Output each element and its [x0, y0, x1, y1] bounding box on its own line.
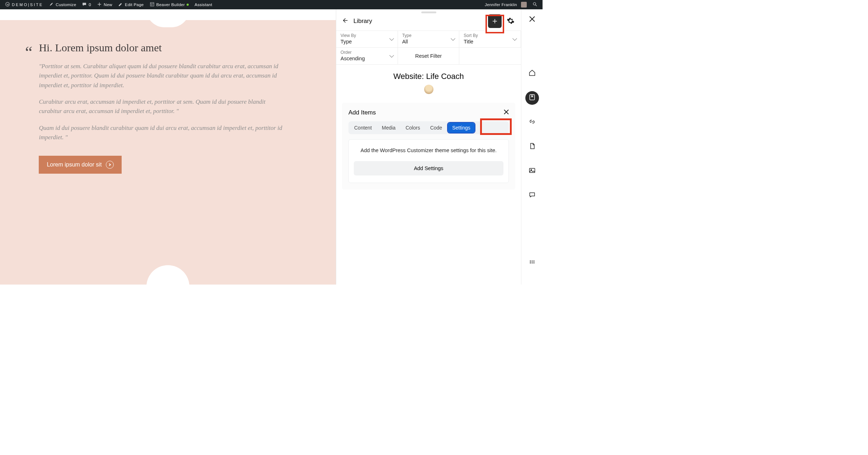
rail-community[interactable] [525, 116, 539, 129]
bookmark-icon [529, 94, 536, 102]
settings-tab-pane: Add the WordPress Customizer theme setti… [348, 139, 509, 183]
close-panel-button[interactable] [529, 16, 535, 24]
new-label: New [104, 3, 112, 7]
rail-libraries[interactable] [525, 91, 539, 105]
library-body: Website: Life Coach Add Items Content Me… [336, 65, 521, 285]
filter-type[interactable]: Type All [398, 31, 460, 48]
svg-rect-12 [530, 95, 534, 100]
filter-value: All [402, 39, 455, 44]
assistant-panel: Library View By Type Type All Sort B [336, 9, 543, 285]
brush-icon [49, 2, 54, 8]
add-button[interactable] [488, 14, 502, 28]
reset-filter-button[interactable]: Reset Filter [398, 48, 460, 65]
plus-icon [97, 2, 102, 8]
image-icon [529, 167, 536, 175]
filter-order[interactable]: Order Ascending [336, 48, 398, 65]
svg-line-5 [535, 5, 537, 6]
hero-cta-button[interactable]: Lorem ipsum dolor sit [39, 156, 122, 174]
svg-point-19 [531, 262, 532, 263]
rail-content[interactable] [525, 140, 539, 154]
svg-point-17 [533, 261, 534, 262]
filter-value: Ascending [341, 56, 393, 61]
new-content-link[interactable]: New [94, 0, 115, 9]
add-items-card: Add Items Content Media Colors Code Sett… [342, 103, 515, 189]
beaver-builder-label: Beaver Builder [156, 3, 185, 7]
panel-header: Library [336, 13, 521, 31]
svg-point-16 [531, 261, 532, 262]
settings-button[interactable] [507, 17, 515, 25]
wp-admin-bar: DEMO|SITE Customize 0 New Edit Page Beav… [0, 0, 543, 9]
pencil-icon [118, 2, 123, 8]
reset-filter-label: Reset Filter [415, 53, 442, 59]
comments-count: 0 [89, 3, 91, 7]
filter-bar: View By Type Type All Sort By Title Orde… [336, 31, 521, 65]
back-button[interactable] [341, 17, 348, 25]
assistant-rail [521, 9, 543, 285]
page-canvas: “ Hi. Lorem ipsum dolor amet "Porttitor … [0, 9, 336, 285]
wp-logo-icon [5, 2, 10, 8]
user-name: Jennifer Franklin [485, 3, 517, 7]
add-items-tabs: Content Media Colors Code Settings [348, 121, 509, 134]
beaver-builder-link[interactable]: Beaver Builder [147, 0, 192, 9]
svg-point-15 [530, 261, 531, 262]
gear-icon [507, 20, 515, 26]
assistant-main: Library View By Type Type All Sort B [336, 9, 521, 285]
hero-paragraph-2: Curabitur arcu erat, accumsan id imperdi… [39, 97, 283, 116]
search-icon [532, 2, 538, 8]
svg-point-20 [533, 262, 534, 263]
hero-paragraph-3: Quam id dui posuere blandit curabitur qu… [39, 123, 283, 142]
svg-point-4 [533, 3, 536, 5]
filter-label: View By [341, 33, 393, 38]
close-icon [504, 109, 509, 116]
link-icon [529, 118, 536, 127]
library-site-title: Website: Life Coach [342, 72, 515, 81]
customize-label: Customize [56, 3, 76, 7]
close-icon [529, 17, 535, 23]
hero-section: “ Hi. Lorem ipsum dolor amet "Porttitor … [0, 20, 336, 285]
filter-view-by[interactable]: View By Type [336, 31, 398, 48]
decorative-curve [146, 265, 189, 285]
user-account-link[interactable]: Jennifer Franklin [482, 0, 530, 9]
quote-icon: “ [25, 42, 32, 58]
tab-media[interactable]: Media [377, 123, 400, 133]
assistant-link[interactable]: Assistant [192, 0, 215, 9]
edit-page-label: Edit Page [125, 3, 144, 7]
layout-icon [150, 2, 155, 8]
tab-content[interactable]: Content [350, 123, 376, 133]
arrow-right-icon [106, 161, 114, 169]
comments-link[interactable]: 0 [79, 0, 94, 9]
site-avatar-icon [424, 85, 433, 94]
panel-title: Library [348, 18, 372, 25]
home-icon [529, 69, 536, 78]
filter-value: Type [341, 39, 393, 44]
close-add-items-button[interactable] [504, 109, 509, 116]
apps-icon [529, 258, 536, 267]
tab-code[interactable]: Code [426, 123, 446, 133]
status-dot-icon [187, 4, 189, 6]
filter-label: Type [402, 33, 455, 38]
tab-colors[interactable]: Colors [401, 123, 424, 133]
rail-home[interactable] [525, 67, 539, 80]
filter-value: Title [464, 39, 516, 44]
rail-comments[interactable] [525, 189, 539, 202]
chat-icon [529, 191, 536, 200]
customize-link[interactable]: Customize [46, 0, 79, 9]
svg-rect-13 [529, 168, 535, 173]
site-name: DEMO|SITE [12, 3, 43, 7]
rail-media[interactable] [525, 164, 539, 178]
comment-icon [82, 2, 87, 8]
hero-paragraph-1: "Porttitor at sem. Curabitur aliquet qua… [39, 62, 283, 90]
add-items-title: Add Items [348, 109, 376, 116]
rail-apps[interactable] [525, 256, 539, 269]
svg-point-18 [530, 262, 531, 263]
add-settings-button[interactable]: Add Settings [354, 161, 503, 175]
file-icon [529, 142, 536, 151]
settings-help-text: Add the WordPress Customizer theme setti… [354, 147, 503, 155]
filter-label: Sort By [464, 33, 516, 38]
hero-heading: Hi. Lorem ipsum dolor amet [39, 42, 283, 54]
search-toggle[interactable] [530, 0, 540, 9]
tab-settings[interactable]: Settings [448, 123, 475, 133]
edit-page-link[interactable]: Edit Page [115, 0, 147, 9]
site-home-link[interactable]: DEMO|SITE [2, 0, 46, 9]
filter-sort-by[interactable]: Sort By Title [459, 31, 521, 48]
